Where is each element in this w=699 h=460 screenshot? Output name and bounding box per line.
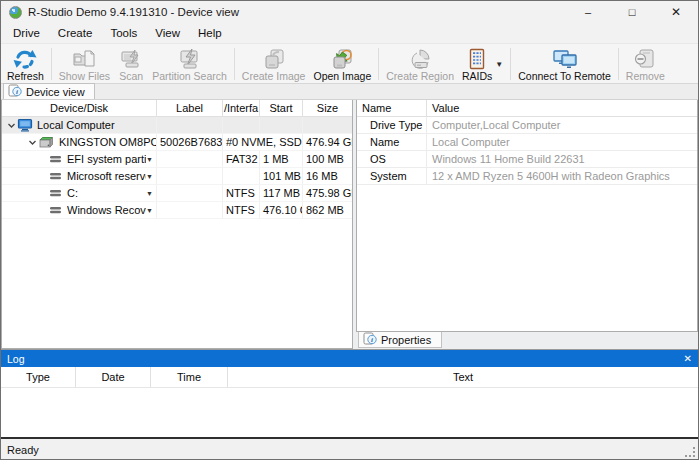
expander-chevron-down-icon[interactable] [26,139,38,146]
partition-dropdown-icon[interactable]: ▼ [146,156,153,163]
drive-icon [38,136,55,149]
device-interface: NTFS [223,185,260,201]
device-start: 117 MB [260,185,303,201]
properties-info-icon: i [363,332,377,347]
device-tree-row[interactable]: Microsoft reserved p...▼101 MB16 MB [2,168,352,185]
device-col-start[interactable]: Start [260,100,303,116]
toolbar-button-label: RAIDs [462,71,492,82]
device-size: 862 MB [303,202,352,218]
toolbar-button-label: Create Image [242,71,306,82]
raids-dropdown-icon[interactable]: ▼ [495,60,503,69]
expander-chevron-down-icon[interactable] [5,122,17,129]
log-titlebar: Log ✕ [1,350,698,367]
toolbar-separator [510,48,511,80]
device-tree-row[interactable]: Local Computer [2,117,352,134]
partition-icon [49,188,63,198]
remove-button: Remove [622,45,669,83]
menu-item-view[interactable]: View [146,25,189,41]
device-tree-row[interactable]: KINGSTON OM8PCP351...50026B76839D...#0 N… [2,134,352,151]
partition-dropdown-icon[interactable]: ▼ [146,173,153,180]
log-col-date: Date [76,367,151,387]
properties-col-name: Name [357,100,427,116]
device-view-info-icon: i [8,84,22,99]
properties-col-value: Value [427,100,697,116]
toolbar-button-label: Open Image [313,71,371,82]
properties-table-body: Drive TypeComputer,Local ComputerNameLoc… [357,117,697,185]
show-files-button: Show Files [55,45,114,83]
device-start: 476.10 GB [260,202,303,218]
device-label [157,151,223,167]
device-start: 1 MB [260,151,303,167]
toolbar-separator [618,48,619,80]
device-label [157,185,223,201]
menu-item-tools[interactable]: Tools [101,25,146,41]
log-col-text: Text [228,367,698,387]
menu-bar: DriveCreateToolsViewHelp [1,23,698,43]
device-name: EFI system partition [67,153,146,165]
device-col-label[interactable]: Label [157,100,223,116]
properties-table: Name Value Drive TypeComputer,Local Comp… [356,100,698,332]
partition-search-button: Partition Search [148,45,231,83]
resize-grip-icon[interactable] [684,446,696,458]
device-size: 475.98 GB [303,185,352,201]
log-close-icon[interactable]: ✕ [684,353,692,364]
device-interface: NTFS [223,202,260,218]
maximize-button[interactable]: □ [610,1,654,23]
tab-device-view[interactable]: i Device view [3,83,95,99]
property-name: Drive Type [357,117,427,133]
device-col-devicedisk[interactable]: Device/Diskˆ [2,100,157,116]
device-name: Local Computer [37,119,115,131]
window-title: R-Studio Demo 9.4.191310 - Device view [28,6,239,18]
device-tree-row[interactable]: EFI system partition▼FAT321 MB100 MB [2,151,352,168]
device-col-size[interactable]: Size [303,100,352,116]
partition-icon [49,171,63,181]
device-name: KINGSTON OM8PCP351... [59,136,156,148]
property-name: System [357,168,427,184]
device-size: 100 MB [303,151,352,167]
partition-dropdown-icon[interactable]: ▼ [146,190,153,197]
toolbar-button-label: Remove [626,71,665,82]
log-panel: Log ✕ TypeDateTimeText [1,349,698,437]
device-table-header: Device/DiskˆLabel/InterfaStartSize [2,100,352,117]
device-label [157,117,223,133]
computer-icon [17,118,33,132]
close-button[interactable]: ✕ [654,1,698,23]
device-col-interfa[interactable]: /Interfa [223,100,260,116]
refresh-icon [12,46,38,71]
toolbar-button-label: Create Region [386,71,454,82]
device-name: Microsoft reserved p... [67,170,146,182]
minimize-button[interactable]: – [566,1,610,23]
property-row: System12 x AMD Ryzen 5 4600H with Radeon… [357,168,697,185]
properties-table-header: Name Value [357,100,697,117]
menu-item-create[interactable]: Create [49,25,102,41]
device-tree-row[interactable]: C:▼NTFS117 MB475.98 GB [2,185,352,202]
sort-ascending-icon: ˆ [78,100,81,104]
svg-text:i: i [16,88,18,96]
properties-panel: Name Value Drive TypeComputer,Local Comp… [356,100,698,349]
open-image-button[interactable]: Open Image [309,45,375,83]
menu-item-drive[interactable]: Drive [4,25,49,41]
partition-dropdown-icon[interactable]: ▼ [146,207,153,214]
device-start [260,117,303,133]
device-interface [223,117,260,133]
menu-item-help[interactable]: Help [189,25,231,41]
partition-icon [49,154,63,164]
log-col-type: Type [1,367,76,387]
create-region-button: Create Region [382,45,458,83]
connect-to-remote-button[interactable]: Connect To Remote [514,45,615,83]
device-label [157,202,223,218]
tab-properties[interactable]: i Properties [358,332,442,348]
device-size: 476.94 GB [303,134,352,150]
svg-text:i: i [371,336,373,344]
refresh-button[interactable]: Refresh [3,45,48,83]
property-name: OS [357,151,427,167]
create-image-button: Create Image [238,45,310,83]
raids-button[interactable]: RAIDs▼ [458,45,507,83]
toolbar-button-label: Connect To Remote [518,71,611,82]
properties-tabstrip: i Properties [356,332,698,349]
partition-search-icon [176,46,202,71]
device-name: Windows Recovery P... [67,204,146,216]
scan-button: Scan [114,45,148,83]
show-files-icon [71,46,97,71]
device-tree-row[interactable]: Windows Recovery P...▼NTFS476.10 GB862 M… [2,202,352,219]
